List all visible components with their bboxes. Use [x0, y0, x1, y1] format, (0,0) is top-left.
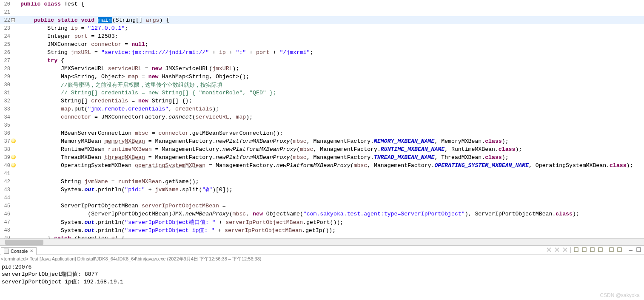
code-content[interactable]: RuntimeMXBean runtimeMXBean = Management… [18, 145, 644, 153]
pin-icon[interactable] [589, 246, 596, 253]
line-number[interactable]: 35 [0, 121, 11, 129]
line-number[interactable]: 21 [0, 8, 11, 16]
code-content[interactable]: try { [18, 57, 644, 65]
line-number[interactable]: 47 [0, 218, 11, 226]
line-number[interactable]: 20 [0, 0, 11, 8]
line-number[interactable]: 36 [0, 129, 11, 137]
code-content[interactable]: map.put("jmx.remote.credentials", creden… [18, 105, 644, 113]
warning-bulb-icon[interactable] [11, 139, 16, 143]
new-console-icon[interactable] [616, 246, 623, 253]
line-number[interactable]: 44 [0, 194, 11, 202]
code-line[interactable]: 32 String[] credentials = new String[] {… [0, 97, 644, 105]
code-content[interactable]: ServerIpPortObjectMBean serverIpPortObje… [18, 202, 644, 210]
code-line[interactable]: 26 String jmxURL = "service:jmx:rmi:///j… [0, 48, 644, 57]
show-console-icon[interactable] [581, 246, 588, 253]
code-content[interactable]: ThreadMXBean threadMXBean = ManagementFa… [18, 153, 644, 161]
code-line[interactable]: 40 OperatingSystemMXBean operatingSystem… [0, 161, 644, 170]
line-number[interactable]: 39 [0, 153, 11, 161]
code-line[interactable]: 29 Map<String, Object> map = new HashMap… [0, 73, 644, 81]
code-line[interactable]: 33 map.put("jmx.remote.credentials", cre… [0, 105, 644, 113]
scrollbar-thumb[interactable] [5, 240, 43, 245]
line-number[interactable]: 26 [0, 48, 11, 57]
code-content[interactable]: System.out.println("serverIpPortObject端口… [18, 218, 644, 226]
code-line[interactable]: 37 MemoryMXBean memoryMXBean = Managemen… [0, 137, 644, 145]
code-content[interactable] [18, 8, 644, 16]
maximize-icon[interactable] [635, 246, 642, 253]
line-number[interactable]: 28 [0, 65, 11, 73]
code-content[interactable]: String jvmName = runtimeMXBean.getName()… [18, 178, 644, 186]
code-line[interactable]: 45 ServerIpPortObjectMBean serverIpPortO… [0, 202, 644, 210]
line-number[interactable]: 38 [0, 145, 11, 153]
remove-launch-icon[interactable] [545, 246, 553, 253]
code-line[interactable]: 39 ThreadMXBean threadMXBean = Managemen… [0, 153, 644, 161]
gutter-marker[interactable] [11, 153, 18, 161]
code-line[interactable]: 28 JMXServiceURL serviceURL = new JMXSer… [0, 65, 644, 73]
code-content[interactable]: Integer port = 12583; [18, 32, 644, 40]
close-icon[interactable]: ✕ [29, 249, 34, 253]
code-line[interactable]: 46 (ServerIpPortObjectMBean)JMX.newMBean… [0, 210, 644, 218]
code-line[interactable]: 42 String jvmName = runtimeMXBean.getNam… [0, 178, 644, 186]
horizontal-scrollbar[interactable] [0, 238, 644, 245]
code-content[interactable]: public class Test { [18, 0, 644, 8]
line-number[interactable]: 30 [0, 81, 11, 89]
line-number[interactable]: 43 [0, 186, 11, 194]
code-editor[interactable]: 20public class Test {2122 public static … [0, 0, 644, 246]
gutter-marker[interactable] [11, 161, 18, 170]
code-content[interactable]: Map<String, Object> map = new HashMap<St… [18, 73, 644, 81]
tab-console[interactable]: Console ✕ [1, 247, 37, 255]
code-line[interactable]: 34 connector = JMXConnectorFactory.conne… [0, 113, 644, 121]
line-number[interactable]: 34 [0, 113, 11, 121]
code-content[interactable] [18, 194, 644, 202]
code-line[interactable]: 35 [0, 121, 644, 129]
line-number[interactable]: 31 [0, 89, 11, 97]
code-content[interactable]: public static void main(String[] args) { [18, 16, 644, 24]
line-number[interactable]: 41 [0, 170, 11, 178]
line-number[interactable]: 45 [0, 202, 11, 210]
code-line[interactable]: 27 try { [0, 57, 644, 65]
warning-bulb-icon[interactable] [11, 163, 16, 167]
code-line[interactable]: 38 RuntimeMXBean runtimeMXBean = Managem… [0, 145, 644, 153]
line-number[interactable]: 27 [0, 57, 11, 65]
code-content[interactable]: JMXConnector connector = null; [18, 40, 644, 48]
line-number[interactable]: 24 [0, 32, 11, 40]
code-content[interactable]: System.out.println("serverIpPortObject i… [18, 226, 644, 234]
code-content[interactable]: MBeanServerConnection mbsc = connector.g… [18, 129, 644, 137]
code-content[interactable]: System.out.println("pid:" + jvmName.spli… [18, 186, 644, 194]
scroll-lock-icon[interactable] [573, 246, 580, 253]
code-line[interactable]: 20public class Test { [0, 0, 644, 8]
code-content[interactable]: // String[] credentials = new String[] {… [18, 89, 644, 97]
open-console-icon[interactable] [608, 246, 615, 253]
code-content[interactable]: connector = JMXConnectorFactory.connect(… [18, 113, 644, 121]
code-content[interactable] [18, 121, 644, 129]
line-number[interactable]: 48 [0, 226, 11, 234]
code-content[interactable] [18, 170, 644, 178]
console-output[interactable]: pid:20076 serverIpPortObject端口值: 8877 se… [0, 263, 644, 300]
line-number[interactable]: 25 [0, 40, 11, 48]
warning-bulb-icon[interactable] [11, 155, 16, 159]
code-content[interactable]: MemoryMXBean memoryMXBean = ManagementFa… [18, 137, 644, 145]
code-line[interactable]: 36 MBeanServerConnection mbsc = connecto… [0, 129, 644, 137]
line-number[interactable]: 33 [0, 105, 11, 113]
code-line[interactable]: 21 [0, 8, 644, 16]
remove-all-icon[interactable] [553, 246, 561, 253]
code-content[interactable]: String[] credentials = new String[] {}; [18, 97, 644, 105]
line-number[interactable]: 46 [0, 210, 11, 218]
gutter-marker[interactable] [11, 16, 18, 24]
code-line[interactable]: 43 System.out.println("pid:" + jvmName.s… [0, 186, 644, 194]
code-line[interactable]: 44 [0, 194, 644, 202]
line-number[interactable]: 42 [0, 178, 11, 186]
minimize-icon[interactable] [627, 246, 634, 253]
code-content[interactable]: JMXServiceURL serviceURL = new JMXServic… [18, 65, 644, 73]
code-line[interactable]: 31 // String[] credentials = new String[… [0, 89, 644, 97]
code-content[interactable]: (ServerIpPortObjectMBean)JMX.newMBeanPro… [18, 210, 644, 218]
display-selected-icon[interactable] [597, 246, 604, 253]
code-line[interactable]: 25 JMXConnector connector = null; [0, 40, 644, 48]
clear-icon[interactable] [561, 246, 569, 253]
code-line[interactable]: 24 Integer port = 12583; [0, 32, 644, 40]
fold-collapse-icon[interactable] [11, 18, 15, 22]
code-content[interactable]: //账号密码，之前没有开启权限，这里传个空数组就好，按实际填 [18, 81, 644, 89]
code-line[interactable]: 23 String ip = "127.0.0.1"; [0, 24, 644, 32]
code-line[interactable]: 47 System.out.println("serverIpPortObjec… [0, 218, 644, 226]
code-content[interactable]: String jmxURL = "service:jmx:rmi:///jndi… [18, 48, 644, 57]
code-line[interactable]: 41 [0, 170, 644, 178]
